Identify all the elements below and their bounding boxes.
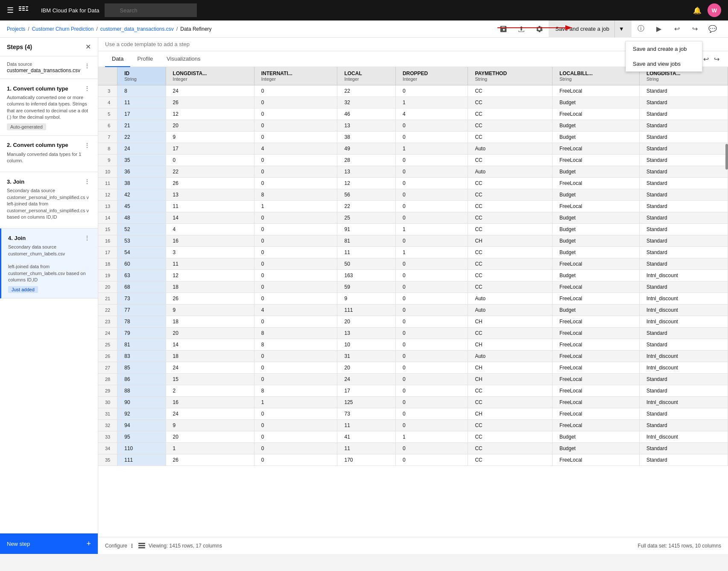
cell-id: 90 (117, 397, 166, 408)
cell-paymethod: CC (468, 108, 553, 120)
cell-local: 22 (337, 201, 395, 212)
cell-dropped: 0 (395, 385, 468, 397)
cell-rownum: 30 (98, 397, 117, 408)
cell-local: 13 (337, 328, 395, 339)
step-1-desc: Automatically converted one or more colu… (7, 94, 91, 121)
cell-dropped: 1 (395, 143, 468, 155)
redo-icon[interactable]: ↪ (686, 20, 703, 38)
table-row: 19 63 12 0 163 0 CC Budget Intnl_discoun… (98, 270, 728, 281)
sidebar-close-button[interactable]: ✕ (85, 43, 91, 51)
cell-paymethod: CC (468, 420, 553, 431)
cell-longdista2: Standard (639, 143, 728, 155)
info-icon[interactable]: ⓘ (632, 20, 649, 38)
cell-id: 63 (117, 270, 166, 281)
bottom-bar: Configure Viewing: 1415 rows, 17 columns… (98, 537, 728, 554)
cell-longdista2: Standard (639, 443, 728, 454)
table-row: 20 68 18 0 59 0 CC FreeLocal Standard (98, 281, 728, 293)
cell-localbill: FreeLocal (553, 351, 640, 362)
save-caret-icon[interactable]: ▼ (614, 20, 628, 38)
cell-paymethod: CC (468, 97, 553, 108)
cell-id: 78 (117, 316, 166, 328)
step-4-menu-btn[interactable]: ⋮ (83, 234, 91, 242)
breadcrumb-projects[interactable]: Projects (7, 26, 25, 32)
configure-button[interactable]: Configure (105, 543, 135, 549)
cell-dropped: 0 (395, 189, 468, 201)
cell-longdista2: Standard (639, 247, 728, 258)
breadcrumb-project[interactable]: Customer Churn Prediction (32, 26, 94, 32)
table-row: 27 85 24 0 20 0 CH FreeLocal Intnl_disco… (98, 362, 728, 374)
cell-localbill: FreeLocal (553, 408, 640, 420)
svg-point-15 (132, 547, 133, 548)
avatar[interactable]: W (708, 3, 721, 17)
data-source-menu-btn[interactable]: ⋮ (83, 61, 91, 70)
cell-paymethod: CC (468, 281, 553, 293)
tab-profile[interactable]: Profile (130, 51, 160, 67)
cell-dropped: 4 (395, 108, 468, 120)
step-item-2[interactable]: 2. Convert column type ⋮ Manually conver… (0, 136, 98, 173)
cell-paymethod: CC (468, 178, 553, 189)
tab-data[interactable]: Data (105, 51, 130, 67)
step-item-1[interactable]: 1. Convert column type ⋮ Automatically c… (0, 79, 98, 136)
breadcrumb-file[interactable]: customer_data_transactions.csv (100, 26, 174, 32)
step-item-3[interactable]: 3. Join ⋮ Secondary data source customer… (0, 172, 98, 228)
svg-rect-17 (138, 545, 145, 546)
table-row: 23 78 18 0 20 0 CH FreeLocal Intnl_disco… (98, 316, 728, 328)
cell-id: 45 (117, 201, 166, 212)
table-row: 18 60 11 0 50 0 CC FreeLocal Standard (98, 258, 728, 270)
search-wrapper (105, 3, 318, 17)
cell-localbill: FreeLocal (553, 258, 640, 270)
step-2-menu-btn[interactable]: ⋮ (83, 141, 91, 149)
cell-longdista2: Standard (639, 385, 728, 397)
svg-point-13 (132, 544, 133, 545)
cell-local: 17 (337, 385, 395, 397)
hamburger-icon[interactable]: ☰ (7, 6, 14, 15)
col-header-paymethod: PAYMETHOD⋮ String (468, 67, 553, 85)
cell-longdista1: 18 (166, 351, 254, 362)
cell-rownum: 34 (98, 443, 117, 454)
new-step-plus-icon: + (86, 539, 91, 548)
table-row: 7 22 9 0 38 0 CC Budget Standard (98, 132, 728, 143)
undo-icon[interactable]: ↩ (668, 20, 685, 38)
cell-dropped: 1 (395, 247, 468, 258)
cell-longdista2: Intnl_discount (639, 316, 728, 328)
table-wrapper[interactable]: ID⋮ String LONGDISTA...⋮ Integer INTERNA… (98, 67, 728, 537)
cell-localbill: FreeLocal (553, 374, 640, 385)
cell-longdista1: 3 (166, 247, 254, 258)
cell-dropped: 0 (395, 85, 468, 97)
cell-longdista1: 24 (166, 85, 254, 97)
table-row: 29 88 2 8 17 0 CC FreeLocal Standard (98, 385, 728, 397)
notifications-icon[interactable]: 🔔 (689, 2, 706, 19)
comment-icon[interactable]: 💬 (704, 20, 721, 38)
cell-localbill: FreeLocal (553, 362, 640, 374)
new-step-label: New step (7, 541, 30, 547)
step-3-menu-btn[interactable]: ⋮ (83, 177, 91, 186)
svg-rect-5 (22, 10, 25, 11)
save-view-jobs-item[interactable]: Save and view jobs (626, 56, 702, 71)
tab-visualizations[interactable]: Visualizations (160, 51, 207, 67)
cell-longdista2: Intnl_discount (639, 305, 728, 316)
search-input[interactable] (105, 3, 197, 17)
new-step-bar[interactable]: New step + (0, 533, 98, 554)
cell-id: 8 (117, 85, 166, 97)
step-1-menu-btn[interactable]: ⋮ (83, 84, 91, 93)
table-row: 32 94 9 0 11 0 CC FreeLocal Standard (98, 420, 728, 431)
cell-local: 49 (337, 143, 395, 155)
cell-local: 32 (337, 97, 395, 108)
run-icon[interactable]: ▶ (650, 20, 667, 38)
cell-local: 56 (337, 189, 395, 201)
step-item-4[interactable]: 4. Join ⋮ Secondary data source customer… (0, 228, 98, 298)
save-create-job-item[interactable]: Save and create a job (626, 41, 702, 56)
cell-paymethod: CC (468, 224, 553, 235)
vertical-scrollbar[interactable] (725, 144, 728, 170)
sidebar-header: Steps (4) ✕ (0, 38, 98, 56)
cell-dropped: 0 (395, 328, 468, 339)
svg-rect-3 (22, 6, 25, 7)
cell-local: 20 (337, 316, 395, 328)
cell-localbill: FreeLocal (553, 397, 640, 408)
cell-longdista1: 14 (166, 339, 254, 351)
undo-table-icon[interactable]: ↩ (702, 53, 710, 65)
cell-paymethod: CH (468, 316, 553, 328)
redo-table-icon[interactable]: ↪ (712, 53, 721, 65)
cell-local: 11 (337, 247, 395, 258)
cell-longdista1: 24 (166, 408, 254, 420)
